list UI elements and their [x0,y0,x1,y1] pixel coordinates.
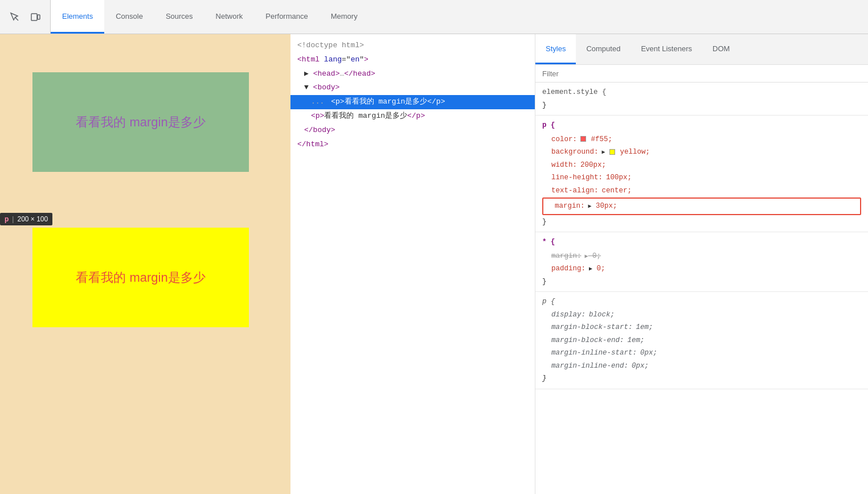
star-rule-close: } [542,275,861,289]
star-rule-selector: * { [542,236,861,250]
p-rule1-close: } [542,216,861,229]
main-area: 看看我的 margin是多少 p | 200 × 100 看看我的 margin… [0,34,868,494]
dom-line-doctype: <!doctype html> [290,39,535,53]
dom-line-html: <html lang="en"> [290,53,535,67]
filter-bar [535,65,868,83]
p-rule1-color: color: #f55; [542,133,861,146]
padding-arrow: ▶ [589,264,592,274]
color-swatch-yellow [609,149,615,155]
tooltip-size: 200 × 100 [17,215,48,223]
p-rule1-width: width: 200px; [542,159,861,172]
tab-network[interactable]: Network [204,0,255,34]
element-style-rule: element.style { } [535,83,868,116]
p-rule3-close: } [542,372,861,385]
p-rule1-lineheight: line-height: 100px; [542,171,861,184]
element-style-close: } [542,99,861,112]
preview-element-1: 看看我的 margin是多少 [32,72,249,172]
element-style-selector: element.style { [542,86,861,99]
devtools-toolbar: Elements Console Sources Network Perform… [0,0,868,34]
dom-line-body[interactable]: ▼ <body> [290,81,535,95]
inspector-icon[interactable] [7,9,23,25]
styles-subtabs: Styles Computed Event Listeners DOM [535,34,868,65]
svg-rect-1 [31,14,37,20]
star-rule-padding: padding: ▶ 0; [542,262,861,275]
dom-line-p2[interactable]: <p>看看我的 margin是多少</p> [290,109,535,124]
p-rule1-margin: margin: ▶ 30px; [546,200,858,213]
p-rule-3: p { display: block; margin-block-start: … [535,292,868,389]
toolbar-icons [0,0,51,34]
dom-line-body-close: </body> [290,124,535,138]
tab-console[interactable]: Console [104,0,154,34]
svg-line-0 [15,17,19,20]
svg-rect-2 [38,15,40,19]
device-icon[interactable] [27,9,43,25]
subtab-computed[interactable]: Computed [576,34,630,64]
p-rule3-mis: margin-inline-start: 0px; [542,347,861,360]
p-rule-1: p { color: #f55; background: ▶ yellow; [535,116,868,232]
subtab-event-listeners[interactable]: Event Listeners [630,34,702,64]
margin-arrow: ▶ [588,201,592,212]
tab-elements[interactable]: Elements [51,0,104,34]
p-rule1-textalign: text-align: center; [542,184,861,197]
p-rule3-selector: p { [542,295,861,308]
tab-performance[interactable]: Performance [254,0,319,34]
dom-pane[interactable]: <!doctype html> <html lang="en"> ▶ <head… [290,34,535,494]
p-rule3-display: display: block; [542,308,861,322]
p-rule1-background: background: ▶ yellow; [542,146,861,159]
styles-pane: Styles Computed Event Listeners DOM elem… [535,34,868,494]
color-swatch-red [580,136,586,142]
preview-pane: 看看我的 margin是多少 p | 200 × 100 看看我的 margin… [0,34,290,494]
subtab-styles[interactable]: Styles [535,34,576,64]
bg-arrow: ▶ [602,147,605,158]
subtab-dom[interactable]: DOM [702,34,740,64]
star-rule: * { margin: ▶ 0; padding: ▶ 0; } [535,232,868,292]
devtools-tabs: Elements Console Sources Network Perform… [51,0,868,34]
p-rule3-mie: margin-inline-end: 0px; [542,360,861,373]
star-rule-margin: margin: ▶ 0; [542,250,861,263]
tab-sources[interactable]: Sources [154,0,204,34]
dom-line-html-close: </html> [290,138,535,152]
element-tooltip: p | 200 × 100 [0,213,52,225]
star-margin-arrow: ▶ [585,252,588,262]
preview-text-1: 看看我的 margin是多少 [76,114,205,131]
filter-input[interactable] [542,69,861,78]
dom-line-p1-selected[interactable]: ... <p>看看我的 margin是多少</p> [290,95,535,109]
tab-memory[interactable]: Memory [320,0,369,34]
p-rule1-selector: p { [542,119,861,133]
p-rule3-mbe: margin-block-end: 1em; [542,334,861,347]
preview-element-2: 看看我的 margin是多少 [32,228,249,327]
dom-line-head[interactable]: ▶ <head>…</head> [290,67,535,81]
p-rule1-margin-box: margin: ▶ 30px; [542,197,861,215]
preview-text-2: 看看我的 margin是多少 [76,269,205,286]
p-rule3-mbs: margin-block-start: 1em; [542,321,861,334]
tooltip-tag: p [5,215,9,223]
